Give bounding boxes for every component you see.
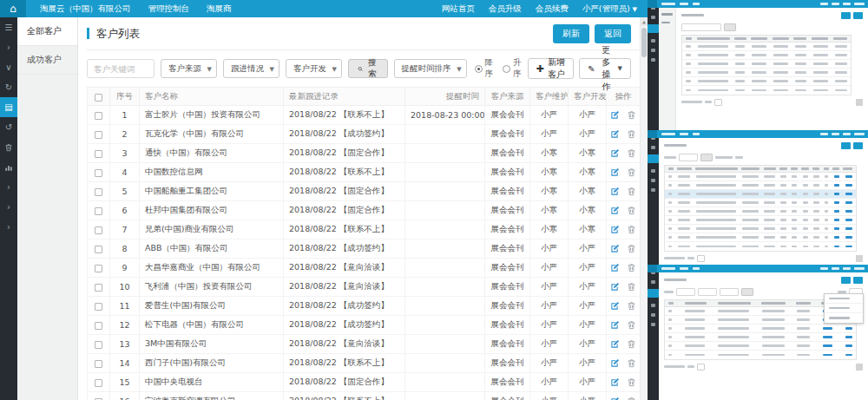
main-scrollbar[interactable]: ▲ — [640, 17, 648, 400]
row-checkbox[interactable] — [95, 169, 102, 177]
delete-icon[interactable] — [627, 339, 636, 349]
nav-member-upgrade[interactable]: 会员升级 — [489, 3, 522, 15]
delete-icon[interactable] — [627, 282, 636, 292]
delete-icon[interactable] — [627, 358, 636, 368]
sidebar-history-icon[interactable]: ↺ — [0, 117, 17, 137]
delete-icon[interactable] — [627, 129, 636, 139]
row-checkbox-cell — [88, 144, 110, 163]
row-checkbox[interactable] — [95, 246, 102, 253]
row-checkbox[interactable] — [95, 379, 102, 387]
row-checkbox[interactable] — [95, 360, 102, 368]
delete-icon[interactable] — [627, 377, 636, 387]
sidebar-trash-icon[interactable] — [0, 137, 17, 157]
edit-icon[interactable] — [610, 206, 620, 215]
nav-taozhanshang[interactable]: 淘展商 — [207, 3, 232, 15]
edit-icon[interactable] — [610, 282, 620, 292]
row-checkbox[interactable] — [95, 226, 102, 234]
row-checkbox[interactable] — [95, 188, 102, 196]
customer-developer: 小严 — [569, 316, 607, 335]
main-content: 客户列表 刷新 返回 客户来源▼ 跟进情况▼ 客户开发▼ 搜索 提醒时间排序▼ … — [78, 17, 640, 400]
nav-member-renew[interactable]: 会员续费 — [536, 3, 569, 15]
followup-select[interactable]: 跟进情况▼ — [223, 59, 279, 78]
more-actions-button[interactable]: ✎更多操作▼ — [579, 58, 631, 79]
sort-desc-radio[interactable]: 降序 — [475, 57, 494, 80]
scrollbar-thumb[interactable] — [641, 28, 647, 57]
delete-icon[interactable] — [627, 320, 636, 330]
column-header: 客户来源 — [485, 88, 530, 106]
sidebar-chevron-right-icon[interactable]: › — [0, 197, 17, 217]
nav-site-home[interactable]: 网站首页 — [442, 3, 475, 15]
delete-icon[interactable] — [627, 187, 636, 196]
delete-icon[interactable] — [627, 167, 636, 177]
edit-icon[interactable] — [610, 225, 620, 234]
select-all-checkbox[interactable] — [95, 94, 102, 102]
reminder-cell — [405, 335, 485, 354]
edit-icon[interactable] — [610, 167, 620, 177]
row-checkbox[interactable] — [95, 112, 102, 120]
table-row: 6杜邦中国集团有限公司2018/08/22 【固定合作】展会会刊小寒小寒 — [88, 201, 641, 220]
edit-icon[interactable] — [610, 263, 620, 272]
operations-cell — [607, 201, 641, 220]
customer-source: 展会会刊 — [485, 259, 530, 278]
sidebar-table-icon[interactable]: ▤ — [0, 97, 17, 117]
row-checkbox[interactable] — [95, 303, 102, 311]
delete-icon[interactable] — [627, 110, 636, 120]
sidebar-menu-icon[interactable]: ☰ — [0, 17, 17, 37]
edit-icon[interactable] — [610, 244, 620, 253]
row-checkbox-cell — [88, 163, 110, 182]
latest-followup-record: 2018/08/22 【联系不上】 — [284, 106, 405, 125]
sidebar-item-all-customers[interactable]: 全部客户 — [17, 17, 77, 46]
sidebar-chevron-right-icon[interactable]: › — [0, 37, 17, 57]
nav-admin-console[interactable]: 管理控制台 — [148, 3, 190, 15]
row-checkbox[interactable] — [95, 150, 102, 158]
edit-icon[interactable] — [610, 397, 620, 400]
row-checkbox[interactable] — [95, 207, 102, 215]
edit-icon[interactable] — [610, 377, 620, 387]
keyword-input[interactable] — [87, 59, 155, 78]
edit-icon[interactable] — [610, 129, 620, 139]
customer-developer: 小寒 — [569, 220, 607, 239]
sort-asc-radio[interactable]: 升序 — [503, 57, 522, 80]
sidebar-item-success-customers[interactable]: 成功客户 — [17, 46, 77, 75]
customer-name: 杜邦中国集团有限公司 — [140, 201, 284, 220]
back-button[interactable]: 返回 — [595, 24, 631, 43]
row-checkbox[interactable] — [95, 322, 102, 330]
sidebar-refresh-icon[interactable]: ↻ — [0, 77, 17, 97]
delete-icon[interactable] — [627, 301, 636, 311]
delete-icon[interactable] — [627, 225, 636, 234]
user-menu[interactable]: 小严(管理员)▼ — [582, 3, 637, 15]
refresh-button[interactable]: 刷新 — [553, 24, 589, 43]
home-button[interactable]: ⌂ — [0, 0, 26, 17]
developer-select[interactable]: 客户开发▼ — [286, 59, 342, 78]
delete-icon[interactable] — [627, 263, 636, 272]
sidebar-chevron-down-icon[interactable]: ∨ — [0, 57, 17, 77]
edit-icon[interactable] — [610, 320, 620, 330]
search-button[interactable]: 搜索 — [348, 59, 388, 78]
reminder-cell — [405, 392, 485, 400]
edit-icon[interactable] — [610, 358, 620, 368]
table-row: 133M中国有限公司2018/08/22 【意向洽谈】展会会刊小严小严 — [88, 335, 641, 354]
delete-icon[interactable] — [627, 206, 636, 215]
sidebar-chevron-right-icon[interactable]: › — [0, 177, 17, 197]
row-checkbox[interactable] — [95, 265, 102, 272]
delete-icon[interactable] — [627, 148, 636, 158]
edit-icon[interactable] — [610, 301, 620, 311]
row-checkbox[interactable] — [95, 284, 102, 292]
add-customer-button[interactable]: ✚新增客户 — [528, 58, 575, 79]
customer-maintainer: 小严 — [530, 373, 569, 392]
edit-icon[interactable] — [610, 148, 620, 158]
delete-icon[interactable] — [627, 244, 636, 253]
row-checkbox[interactable] — [95, 341, 102, 349]
source-select[interactable]: 客户来源▼ — [161, 59, 217, 78]
sidebar-chevron-right-icon[interactable]: › — [0, 217, 17, 237]
delete-icon[interactable] — [627, 397, 636, 400]
scroll-up-icon[interactable]: ▲ — [641, 17, 648, 26]
edit-icon[interactable] — [610, 187, 620, 196]
table-row: 11爱普生(中国)有限公司2018/08/22 【成功签约】展会会刊小严小严 — [88, 297, 641, 316]
nav-company[interactable]: 淘展云（中国）有限公司 — [40, 3, 131, 15]
row-checkbox[interactable] — [95, 131, 102, 139]
edit-icon[interactable] — [610, 110, 620, 120]
edit-icon[interactable] — [610, 339, 620, 349]
sort-select[interactable]: 提醒时间排序▼ — [394, 59, 467, 78]
sidebar-chart-icon[interactable] — [0, 157, 17, 177]
